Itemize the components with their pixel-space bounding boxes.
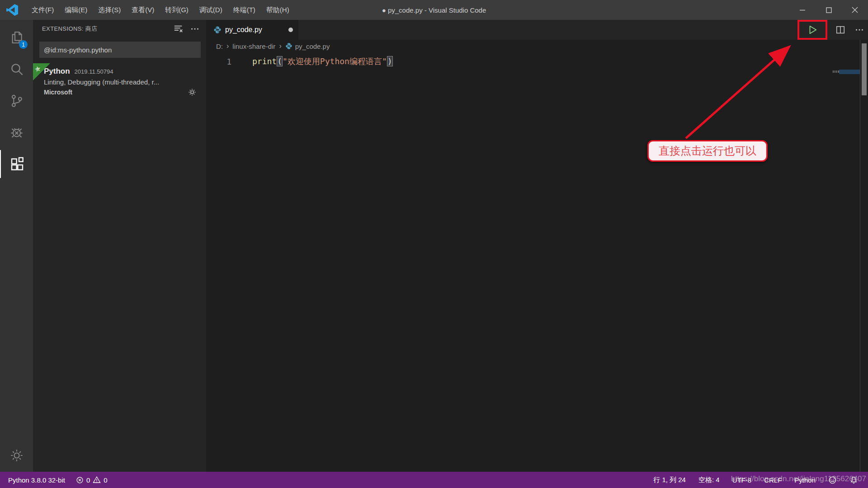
vscode-logo-icon [6, 4, 18, 16]
error-icon [76, 476, 84, 484]
breadcrumb-drive[interactable]: D: [216, 42, 223, 50]
extensions-search [39, 42, 201, 58]
extensions-search-input[interactable] [39, 42, 201, 58]
line-number: 1 [206, 57, 238, 66]
feedback-smiley-button[interactable] [828, 476, 837, 484]
extension-publisher: Microsoft [44, 89, 188, 96]
manage-gear-icon [188, 88, 196, 96]
editor-group: py_code.py [206, 20, 868, 472]
menu-go[interactable]: 转到(G) [160, 0, 194, 20]
window-controls [789, 0, 868, 20]
extension-description: Linting, Debugging (multi-threaded, r... [44, 78, 193, 86]
breadcrumb-file[interactable]: py_code.py [295, 42, 330, 50]
activitybar-explorer[interactable]: 1 [0, 23, 33, 52]
bell-icon [849, 476, 858, 484]
window-title: ● py_code.py - Visual Studio Code [382, 0, 486, 20]
status-problems[interactable]: 0 0 [76, 476, 108, 484]
editor-actions [798, 20, 864, 40]
search-icon [9, 62, 24, 76]
chevron-right-icon: › [226, 42, 229, 50]
annotation-text: 直接点击运行也可以 [659, 144, 756, 158]
activitybar-extensions[interactable] [0, 150, 33, 178]
code-editor[interactable]: 1 print("欢迎使用Python编程语言") [206, 52, 832, 472]
gear-icon [10, 449, 24, 462]
status-bar: Python 3.8.0 32-bit 0 0 行 1, 列 24 空格: 4 [0, 472, 868, 488]
debug-icon [9, 125, 24, 140]
warning-count: 0 [104, 476, 107, 484]
notifications-bell-button[interactable] [849, 476, 858, 484]
close-icon [852, 7, 858, 13]
smiley-icon [828, 476, 837, 484]
menu-debug[interactable]: 调试(D) [194, 0, 228, 20]
source-control-icon [9, 94, 24, 108]
status-language-mode[interactable]: Python [794, 476, 816, 484]
sidebar-more-actions-button[interactable] [190, 24, 200, 34]
token-print: print [252, 56, 277, 66]
more-actions-button[interactable] [854, 25, 864, 35]
run-python-file-button[interactable] [798, 21, 826, 39]
breadcrumb-folder[interactable]: linux-share-dir [232, 42, 275, 50]
menu-edit[interactable]: 编辑(E) [59, 0, 93, 20]
status-encoding[interactable]: UTF-8 [732, 476, 752, 484]
status-python-interpreter[interactable]: Python 3.8.0 32-bit [8, 476, 65, 484]
menu-terminal[interactable]: 终端(T) [228, 0, 261, 20]
extensions-icon [10, 157, 24, 171]
token-string: "欢迎使用Python编程语言" [283, 56, 387, 66]
python-file-icon [213, 26, 222, 34]
explorer-badge: 1 [19, 40, 28, 49]
vscode-window: 文件(F) 编辑(E) 选择(S) 查看(V) 转到(G) 调试(D) 终端(T… [0, 0, 868, 488]
maximize-button[interactable] [816, 0, 842, 20]
activitybar-source-control[interactable] [0, 87, 33, 115]
clear-extensions-filter-button[interactable] [174, 24, 184, 34]
activitybar-search[interactable] [0, 55, 33, 83]
status-eol[interactable]: CRLF [764, 476, 782, 484]
tab-label: py_code.py [225, 26, 288, 34]
sidebar-title: EXTENSIONS: 商店 [42, 25, 167, 33]
tab-bar: py_code.py [206, 20, 868, 40]
status-cursor-position[interactable]: 行 1, 列 24 [653, 476, 686, 484]
chevron-right-icon: › [279, 42, 281, 50]
token-close-paren: ) [387, 56, 393, 66]
ellipsis-icon [190, 24, 200, 34]
code-text: print("欢迎使用Python编程语言") [238, 56, 393, 67]
menu-help[interactable]: 帮助(H) [261, 0, 295, 20]
warning-icon [93, 476, 101, 484]
ellipsis-icon [854, 25, 864, 35]
editor-scrollbar[interactable] [860, 40, 868, 472]
scrollbar-thumb[interactable] [862, 43, 867, 95]
menu-bar: 文件(F) 编辑(E) 选择(S) 查看(V) 转到(G) 调试(D) 终端(T… [26, 0, 295, 20]
split-editor-icon [835, 25, 845, 35]
minimap-current-line [839, 70, 860, 74]
clear-filter-icon [174, 24, 184, 34]
minimize-button[interactable] [789, 0, 816, 20]
title-bar: 文件(F) 编辑(E) 选择(S) 查看(V) 转到(G) 调试(D) 终端(T… [0, 0, 868, 20]
annotation-run-highlight-box [797, 20, 827, 40]
sidebar-header: EXTENSIONS: 商店 [33, 20, 206, 38]
minimize-icon [799, 7, 806, 13]
activitybar-settings[interactable] [0, 442, 33, 469]
extensions-sidebar: EXTENSIONS: 商店 [33, 20, 206, 472]
extension-version: 2019.11.50794 [75, 68, 113, 75]
extension-list-item-python[interactable]: ✯ Python 2019.11.50794 Linting, Debuggin… [33, 62, 206, 101]
extension-manage-button[interactable] [188, 88, 196, 96]
activitybar-debug[interactable] [0, 118, 33, 146]
python-file-icon [285, 42, 292, 50]
menu-selection[interactable]: 选择(S) [93, 0, 126, 20]
breadcrumb: D: › linux-share-dir › py_code.py [206, 40, 868, 52]
menu-file[interactable]: 文件(F) [26, 0, 59, 20]
activity-bar: 1 [0, 20, 33, 472]
token-open-paren: ( [277, 56, 283, 66]
tab-py-code[interactable]: py_code.py [206, 20, 298, 40]
code-line-1: 1 print("欢迎使用Python编程语言") [206, 55, 832, 68]
modified-dot-icon[interactable] [288, 28, 293, 32]
annotation-callout: 直接点击运行也可以 [647, 140, 768, 162]
minimap[interactable] [833, 52, 860, 472]
menu-view[interactable]: 查看(V) [126, 0, 160, 20]
error-count: 0 [86, 476, 90, 484]
maximize-icon [826, 7, 832, 13]
split-editor-button[interactable] [835, 25, 845, 35]
status-indentation[interactable]: 空格: 4 [698, 476, 720, 484]
close-button[interactable] [842, 0, 868, 20]
